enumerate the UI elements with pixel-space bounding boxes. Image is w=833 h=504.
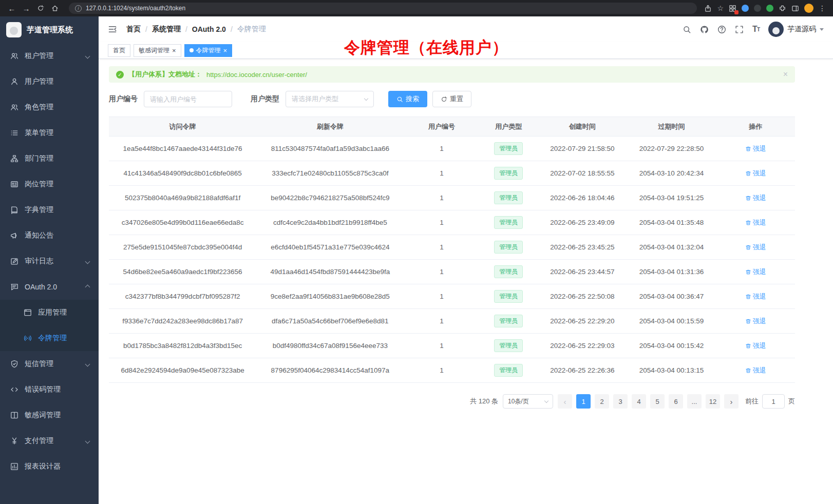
force-logout-button[interactable]: 强退 [745,366,766,375]
page-button-12[interactable]: 12 [706,394,720,409]
trash-icon [745,367,751,374]
extension-dark-icon[interactable] [754,5,761,12]
page-size-select[interactable]: 10条/页 [503,394,553,409]
reload-icon[interactable] [34,2,47,14]
signal-icon [24,334,32,342]
sidebar-item-2[interactable]: 角色管理 [0,94,99,120]
breadcrumb-item[interactable]: OAuth 2.0 [192,25,226,33]
sidebar-item-8[interactable]: 审计日志 [0,248,99,274]
home-icon[interactable] [48,2,62,14]
force-logout-button[interactable]: 强退 [745,292,766,301]
breadcrumb: 首页/系统管理/OAuth 2.0/令牌管理 [126,25,266,34]
extensions-puzzle-icon[interactable] [779,5,786,12]
extension-green-icon[interactable] [766,5,773,12]
page-button-6[interactable]: 6 [669,394,683,409]
user-id-cell: 1 [404,137,479,161]
close-alert-icon[interactable]: × [783,70,788,79]
user-type-select[interactable]: 请选择用户类型 [286,91,374,107]
page-button-4[interactable]: 4 [632,394,646,409]
page-button-3[interactable]: 3 [613,394,628,409]
view-tab-0[interactable]: 首页 [108,44,130,57]
search-button[interactable]: 搜索 [388,91,427,107]
prev-page-button[interactable]: ‹ [558,394,572,409]
goto-page-input[interactable] [762,394,785,409]
site-info-icon[interactable]: i [75,5,82,12]
sidebar-item-0[interactable]: 租户管理 [0,43,99,69]
force-logout-button[interactable]: 强退 [745,144,766,153]
url-text: 127.0.0.1:1024/system/oauth2/token [86,5,185,12]
breadcrumb-item[interactable]: 首页 [126,25,141,34]
chevron-down-icon [85,438,90,443]
github-icon[interactable] [700,25,709,34]
sidebar-item-label: 通知公告 [25,231,53,240]
access-token-cell: 275e5de9151045fe87cbdc395e004f4d [109,235,256,260]
view-tab-2[interactable]: 令牌管理× [184,44,233,57]
force-logout-button[interactable]: 强退 [745,243,766,252]
table-body: 1ea5e44f8bc1467aaede43144f31de76811c5304… [109,137,795,383]
next-page-button[interactable]: › [724,394,739,409]
page-button-5[interactable]: 5 [650,394,665,409]
browser-profile-avatar[interactable] [804,4,813,13]
force-logout-button[interactable]: 强退 [745,193,766,203]
search-icon[interactable] [683,25,691,34]
expire-time-cell: 2054-03-10 20:42:34 [627,161,716,186]
user-menu[interactable]: 芋道源码 [768,22,824,37]
sidebar-item-label: OAuth 2.0 [25,283,57,291]
app-logo[interactable]: 芋道管理系统 [0,16,99,43]
view-tab-1[interactable]: 敏感词管理× [134,44,181,57]
sidebar-item-5[interactable]: 岗位管理 [0,171,99,197]
sidebar-item-9[interactable]: OAuth 2.0 [0,274,99,300]
font-size-icon[interactable]: TT [752,25,760,34]
sidebar-subitem-1[interactable]: 令牌管理 [0,325,99,351]
alert-doc-link[interactable]: https://doc.iocoder.cn/user-center/ [206,71,307,79]
sidebar-item-7[interactable]: 通知公告 [0,223,99,248]
page-button-1[interactable]: 1 [576,394,591,409]
sidebar-item-1[interactable]: 用户管理 [0,69,99,94]
close-tab-icon[interactable]: × [172,47,176,54]
user-type-tag: 管理员 [494,315,523,327]
side-panel-icon[interactable] [791,5,799,12]
sidebar-item-11[interactable]: 错误码管理 [0,377,99,402]
back-icon[interactable]: ← [5,2,18,14]
force-logout-button[interactable]: 强退 [745,169,766,178]
extension-blue-icon[interactable] [742,5,749,12]
sidebar-item-12[interactable]: 敏感词管理 [0,402,99,428]
forward-icon[interactable]: → [20,2,33,14]
sidebar-item-13[interactable]: 支付管理 [0,428,99,454]
force-logout-button[interactable]: 强退 [745,267,766,277]
breadcrumb-item[interactable]: 令牌管理 [237,25,266,34]
create-time-cell: 2022-06-25 23:45:25 [538,235,627,260]
share-icon[interactable] [704,5,712,12]
url-bar[interactable]: i 127.0.0.1:1024/system/oauth2/token [69,3,697,14]
user-id-input[interactable] [144,91,232,107]
sidebar-item-14[interactable]: 报表设计器 [0,454,99,479]
fullscreen-icon[interactable] [735,25,744,34]
sidebar-item-label: 短信管理 [25,359,53,369]
force-logout-button[interactable]: 强退 [745,341,766,351]
sidebar-item-6[interactable]: 字典管理 [0,197,99,223]
browser-menu-icon[interactable]: ⋮ [819,4,826,12]
sidebar-item-4[interactable]: 部门管理 [0,146,99,171]
page-button-2[interactable]: 2 [595,394,609,409]
sidebar-item-10[interactable]: 短信管理 [0,351,99,377]
sidebar-item-3[interactable]: 菜单管理 [0,120,99,146]
help-icon[interactable] [717,25,726,34]
force-logout-button[interactable]: 强退 [745,218,766,227]
sidebar-subitem-0[interactable]: 应用管理 [0,300,99,325]
column-header: 刷新令牌 [256,117,404,137]
sidebar-subitem-label: 应用管理 [38,308,67,317]
page-button-...[interactable]: ... [687,394,702,409]
user-id-cell: 1 [404,235,479,260]
code-icon [10,385,18,394]
expire-time-cell: 2054-03-04 01:35:48 [627,210,716,235]
force-logout-button[interactable]: 强退 [745,317,766,326]
reset-button[interactable]: 重置 [432,91,471,107]
sidebar: 芋道管理系统 租户管理用户管理角色管理菜单管理部门管理岗位管理字典管理通知公告审… [0,16,99,504]
extension-grid-icon[interactable] [729,5,736,12]
bookmark-star-icon[interactable]: ☆ [717,4,724,12]
menu-fold-icon[interactable] [108,25,117,34]
breadcrumb-separator: / [145,25,147,33]
edit-icon [10,257,18,265]
breadcrumb-item[interactable]: 系统管理 [152,25,181,34]
close-tab-icon[interactable]: × [223,47,228,54]
